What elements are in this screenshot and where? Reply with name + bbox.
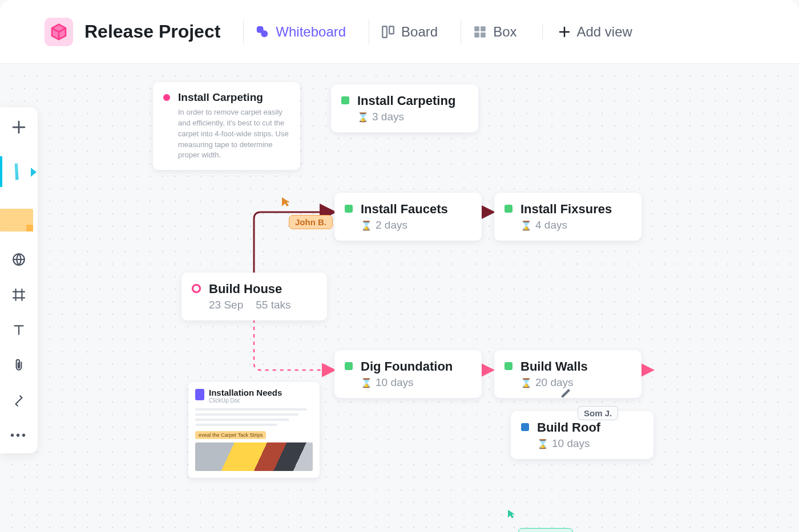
task-install-fixtures[interactable]: Install Fixsures ⌛4 days (494, 193, 641, 241)
task-title: Install Faucets (361, 202, 448, 217)
tool-frame[interactable] (0, 287, 38, 302)
note-body: In order to remove carpet easily and eff… (178, 107, 289, 161)
tool-connector[interactable] (0, 393, 38, 408)
status-dot-icon (505, 205, 513, 213)
hourglass-icon: ⌛ (520, 377, 532, 388)
tab-box[interactable]: Box (461, 19, 528, 44)
svg-rect-2 (474, 26, 479, 31)
doc-chip: eveal the Carpet Tack Strips (195, 431, 266, 439)
project-task-count: 55 taks (256, 299, 290, 311)
tool-text[interactable] (0, 323, 38, 338)
project-date: 23 Sep (209, 299, 243, 311)
tool-marker[interactable] (0, 156, 38, 187)
tool-web-embed[interactable] (0, 252, 38, 267)
status-dot-icon (341, 96, 349, 104)
task-title: Install Carpeting (357, 94, 455, 108)
task-install-carpeting[interactable]: Install Carpeting ⌛3 days (331, 84, 478, 132)
doc-title: Installation Needs (209, 388, 282, 397)
connector-layer (0, 64, 799, 532)
hourglass-icon: ⌛ (357, 112, 369, 123)
status-ring-icon (192, 284, 201, 293)
status-dot-icon (345, 362, 353, 370)
status-dot-icon (505, 362, 513, 370)
add-view-label: Add view (577, 24, 632, 40)
hourglass-icon: ⌛ (361, 377, 372, 388)
tool-sticky-note[interactable] (0, 208, 38, 232)
app-logo-icon (45, 18, 73, 46)
svg-rect-0 (382, 26, 387, 38)
tab-whiteboard[interactable]: Whiteboard (243, 19, 357, 44)
add-view-button[interactable]: Add view (542, 24, 632, 40)
tab-box-label: Box (493, 24, 516, 40)
task-duration: 3 days (372, 111, 404, 123)
cursor-pointer-icon (507, 509, 516, 519)
tool-add[interactable] (0, 119, 38, 136)
svg-rect-5 (481, 33, 486, 38)
collaborator-cursor-john: John B. (289, 215, 333, 229)
hourglass-icon: ⌛ (537, 438, 548, 449)
task-title: Dig Foundation (361, 359, 453, 374)
task-title: Install Fixsures (520, 202, 612, 217)
cursor-pen-icon (560, 385, 571, 398)
status-dot-icon (163, 94, 170, 101)
whiteboard-canvas[interactable]: ••• Install Carpeting In order to remove… (0, 64, 799, 532)
chevron-right-icon (31, 168, 37, 177)
note-title: Install Carpeting (178, 91, 289, 104)
status-dot-icon (521, 423, 529, 431)
task-duration: 10 days (376, 376, 414, 389)
note-install-carpeting[interactable]: Install Carpeting In order to remove car… (153, 82, 300, 170)
task-install-faucets[interactable]: Install Faucets ⌛2 days (334, 193, 482, 241)
doc-preview-image (195, 442, 313, 471)
task-duration: 4 days (535, 219, 567, 232)
project-build-house[interactable]: Build House 23 Sep 55 taks (181, 273, 327, 320)
canvas-toolbar: ••• (0, 107, 38, 453)
project-title: Build House (209, 282, 291, 297)
collaborator-cursor-som: Som J. (578, 406, 618, 420)
svg-rect-3 (481, 26, 486, 31)
task-title: Build Roof (537, 420, 600, 435)
app-title: Release Project (84, 21, 220, 42)
doc-installation-needs[interactable]: Installation Needs ClickUp Doc eveal the… (188, 382, 320, 478)
doc-subtitle: ClickUp Doc (209, 397, 282, 404)
hourglass-icon: ⌛ (520, 220, 532, 231)
tab-whiteboard-label: Whiteboard (276, 24, 346, 40)
sticky-note-icon (0, 209, 33, 232)
doc-icon (195, 389, 204, 400)
tab-board[interactable]: Board (369, 19, 449, 44)
task-duration: 10 days (552, 437, 590, 450)
status-dot-icon (345, 205, 353, 213)
task-dig-foundation[interactable]: Dig Foundation ⌛10 days (334, 350, 482, 398)
task-duration: 2 days (376, 219, 407, 232)
svg-rect-1 (389, 26, 394, 34)
hourglass-icon: ⌛ (361, 220, 372, 231)
marker-icon (6, 161, 28, 182)
doc-preview-lines (195, 408, 313, 426)
app-header: Release Project Whiteboard Board Box Add… (0, 0, 799, 64)
tool-more[interactable]: ••• (0, 429, 38, 442)
cursor-pointer-icon (281, 196, 291, 208)
collaborator-cursor-andrew: Andrew K. (518, 528, 573, 532)
task-title: Build Walls (520, 359, 588, 374)
svg-rect-4 (474, 33, 479, 38)
tool-attachment[interactable] (0, 358, 38, 373)
tab-board-label: Board (401, 24, 438, 40)
